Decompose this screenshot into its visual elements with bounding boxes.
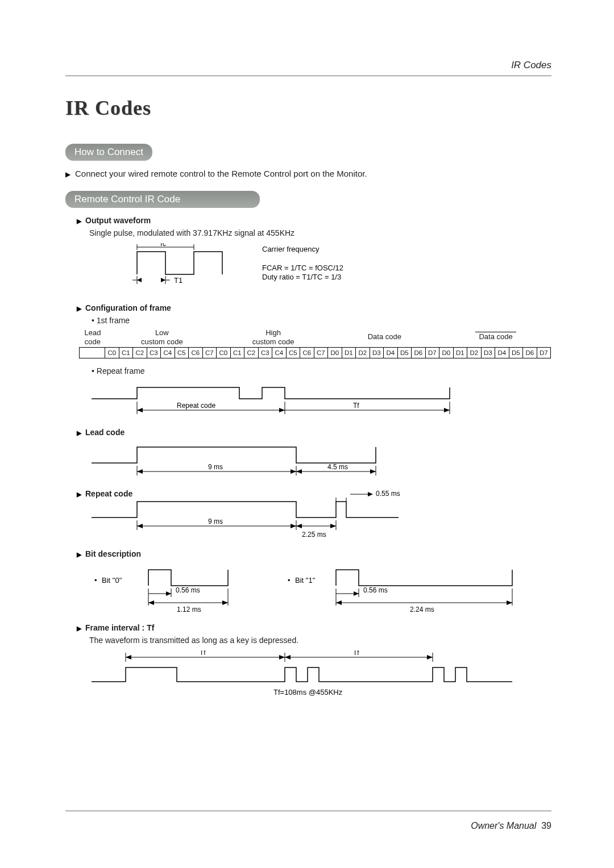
svg-text:Tf: Tf bbox=[353, 402, 359, 410]
col-low: Low custom code bbox=[106, 328, 218, 346]
lead-heading: Lead code bbox=[77, 428, 551, 437]
frame-interval-diagram: Tf Tf Tf=108ms @455KHz bbox=[92, 650, 551, 702]
svg-text:T1: T1 bbox=[174, 276, 182, 285]
svg-marker-54 bbox=[166, 591, 171, 596]
svg-marker-31 bbox=[370, 469, 376, 474]
frame-interval-heading: Frame interval : Tf bbox=[77, 623, 551, 632]
footer: Owner's Manual 39 bbox=[471, 821, 551, 831]
svg-marker-39 bbox=[137, 524, 143, 528]
svg-text:9 ms: 9 ms bbox=[208, 518, 223, 525]
header-right: IR Codes bbox=[65, 60, 551, 71]
col-high: High custom code bbox=[218, 328, 329, 346]
svg-marker-45 bbox=[296, 524, 302, 528]
repeat-frame-label: Repeat frame bbox=[92, 366, 551, 375]
svg-marker-16 bbox=[279, 408, 285, 412]
svg-marker-46 bbox=[330, 524, 336, 528]
svg-text:1.12 ms: 1.12 ms bbox=[177, 606, 201, 614]
svg-marker-21 bbox=[444, 408, 450, 412]
howto-text: Connect your wired remote control to the… bbox=[65, 169, 551, 178]
svg-text:Carrier frequency: Carrier frequency bbox=[262, 245, 320, 253]
svg-text:Bit "1": Bit "1" bbox=[295, 576, 316, 585]
svg-text:Tf: Tf bbox=[200, 650, 206, 657]
col-data1: Data code bbox=[329, 328, 440, 346]
page-title: IR Codes bbox=[65, 96, 551, 120]
svg-text:•: • bbox=[288, 576, 291, 585]
svg-marker-60 bbox=[222, 600, 228, 605]
svg-marker-40 bbox=[291, 524, 296, 528]
svg-text:•: • bbox=[94, 576, 97, 585]
svg-text:Bit "0": Bit "0" bbox=[102, 576, 122, 585]
svg-marker-15 bbox=[137, 408, 143, 412]
first-frame-label: 1st frame bbox=[92, 316, 551, 325]
svg-marker-76 bbox=[126, 655, 131, 660]
svg-marker-59 bbox=[148, 600, 154, 605]
svg-marker-36 bbox=[368, 492, 373, 496]
bit-heading: Bit description bbox=[77, 549, 551, 558]
svg-marker-82 bbox=[427, 655, 433, 660]
output-diagram: Tc T1 Carrier frequency FCAR = 1/TC = fO… bbox=[92, 243, 551, 294]
repeat-diagram: 0.55 ms 9 ms 2.25 ms bbox=[92, 489, 551, 540]
svg-text:4.5 ms: 4.5 ms bbox=[327, 463, 348, 471]
ircode-heading: Remote Control IR Code bbox=[65, 191, 260, 208]
bit-diagram: • Bit "0" 0.56 ms 1.12 ms • Bit "1" bbox=[92, 563, 551, 614]
svg-marker-66 bbox=[354, 591, 359, 596]
lead-diagram: 9 ms 4.5 ms bbox=[92, 440, 551, 480]
config-heading: Configuration of frame bbox=[77, 303, 551, 312]
svg-marker-72 bbox=[507, 600, 512, 605]
col-lead: Lead code bbox=[79, 328, 106, 346]
svg-text:0.56 ms: 0.56 ms bbox=[176, 586, 200, 594]
svg-text:2.25 ms: 2.25 ms bbox=[302, 531, 326, 539]
svg-text:Repeat code: Repeat code bbox=[177, 402, 215, 410]
rule-bottom bbox=[65, 811, 551, 811]
frame-table: Lead code Low custom code High custom co… bbox=[79, 328, 551, 358]
svg-text:Tf: Tf bbox=[353, 650, 359, 657]
svg-marker-77 bbox=[279, 655, 285, 660]
frame-interval-text: The waveform is transmitted as long as a… bbox=[89, 636, 551, 645]
svg-text:Tf=108ms @455KHz: Tf=108ms @455KHz bbox=[273, 688, 343, 696]
svg-text:Duty ratio = T1/TC = 1/3: Duty ratio = T1/TC = 1/3 bbox=[262, 273, 341, 281]
svg-text:2.24 ms: 2.24 ms bbox=[410, 606, 434, 614]
svg-text:9 ms: 9 ms bbox=[208, 463, 223, 471]
svg-text:FCAR = 1/TC = fOSC/12: FCAR = 1/TC = fOSC/12 bbox=[262, 264, 343, 272]
output-text: Single pulse, modulated with 37.917KHz s… bbox=[89, 228, 551, 237]
svg-marker-26 bbox=[291, 469, 296, 474]
svg-text:0.56 ms: 0.56 ms bbox=[363, 586, 388, 594]
svg-marker-5 bbox=[161, 278, 165, 282]
svg-text:0.55 ms: 0.55 ms bbox=[376, 490, 400, 498]
howto-heading: How to Connect bbox=[65, 144, 152, 161]
svg-marker-32 bbox=[296, 469, 302, 474]
col-data2: Data code bbox=[440, 328, 551, 346]
svg-marker-25 bbox=[137, 469, 143, 474]
svg-marker-4 bbox=[137, 278, 142, 282]
svg-marker-83 bbox=[285, 655, 291, 660]
output-heading: Output waveform bbox=[77, 216, 551, 225]
rule-top bbox=[65, 76, 551, 76]
repeat-frame-diagram: Repeat code Tf bbox=[92, 379, 551, 419]
svg-marker-71 bbox=[336, 600, 342, 605]
svg-text:Tc: Tc bbox=[159, 243, 166, 248]
